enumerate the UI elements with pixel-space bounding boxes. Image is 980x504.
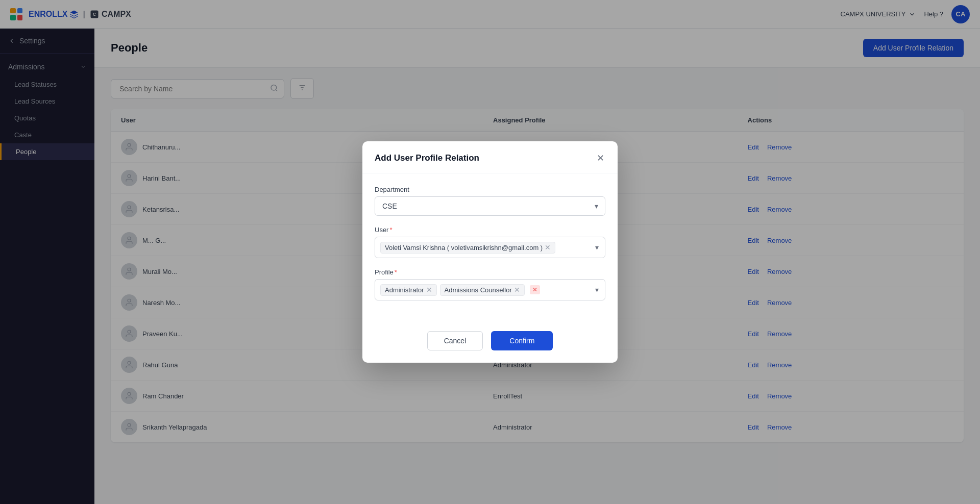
add-user-profile-modal: Add User Profile Relation ✕ Department C… [362,141,618,363]
profile-tag-input[interactable]: Administrator ✕ Admissions Counsellor ✕ … [375,279,605,300]
modal-header: Add User Profile Relation ✕ [362,141,618,173]
confirm-button[interactable]: Confirm [491,331,553,350]
modal-close-button[interactable]: ✕ [596,152,605,165]
department-group: Department CSE [375,186,605,216]
modal-overlay[interactable]: Add User Profile Relation ✕ Department C… [0,0,980,504]
user-dropdown-arrow-icon: ▾ [595,243,599,251]
profile-group: Profile* Administrator ✕ Admissions Coun… [375,268,605,300]
user-tag-remove-button[interactable]: ✕ [545,244,551,251]
modal-footer: Cancel Confirm [362,323,618,363]
user-tag: Voleti Vamsi Krishna ( voletivamsikrishn… [380,242,555,254]
modal-title: Add User Profile Relation [375,153,479,163]
profile-tag-administrator: Administrator ✕ [380,284,437,296]
user-required: * [389,226,392,234]
user-group: User* Voleti Vamsi Krishna ( voletivamsi… [375,226,605,258]
department-label: Department [375,186,605,193]
modal-body: Department CSE User* Voleti Vamsi Krishn… [362,173,618,323]
user-tag-value: Voleti Vamsi Krishna ( voletivamsikrishn… [385,244,543,251]
department-select[interactable]: CSE [375,196,605,216]
cancel-button[interactable]: Cancel [427,331,483,350]
profile-required: * [395,268,397,276]
department-select-wrapper: CSE [375,196,605,216]
user-label: User* [375,226,605,234]
profile-clear-button[interactable]: ✕ [530,285,540,294]
profile-admissions-counsellor-remove-button[interactable]: ✕ [514,286,520,293]
user-tag-input[interactable]: Voleti Vamsi Krishna ( voletivamsikrishn… [375,237,605,258]
profile-tag-admissions-counsellor: Admissions Counsellor ✕ [440,284,525,296]
profile-administrator-remove-button[interactable]: ✕ [426,286,432,293]
profile-label: Profile* [375,268,605,276]
profile-dropdown-arrow-icon: ▾ [595,286,599,294]
